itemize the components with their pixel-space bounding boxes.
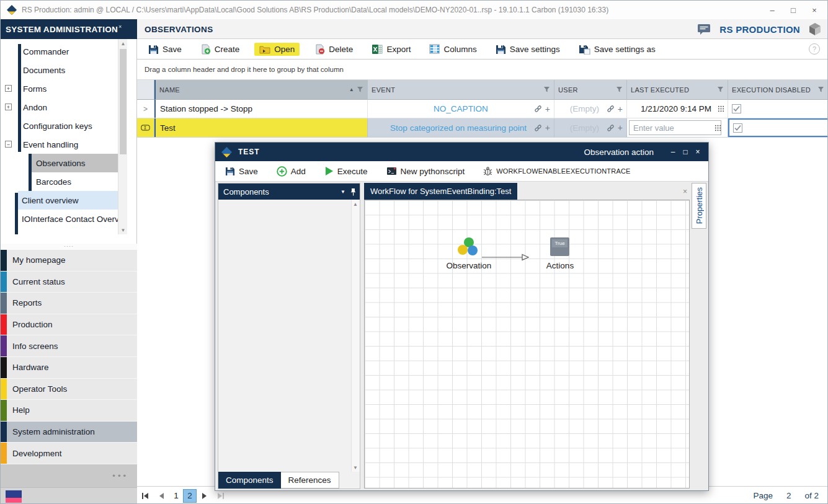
group-by-drop-zone[interactable]: Drag a column header and drop it here to… <box>137 60 827 80</box>
tree-item-iointerface-contact-overview[interactable]: IOInterface Contact Overv <box>1 210 127 228</box>
previous-page-button[interactable] <box>153 493 169 499</box>
nav-item-production[interactable]: Production <box>1 314 137 336</box>
nav-item-my-homepage[interactable]: My homepage <box>1 250 137 272</box>
scroll-down-icon[interactable]: ▼ <box>351 463 360 472</box>
dialog-add-button[interactable]: Add <box>273 164 309 179</box>
tab-properties[interactable]: Properties <box>692 183 706 229</box>
execution-disabled-cell-focused[interactable] <box>728 118 828 137</box>
add-link-icon[interactable]: + <box>545 123 550 132</box>
pin-icon[interactable] <box>350 188 356 196</box>
collapse-icon-event-handling[interactable]: − <box>5 141 12 148</box>
scrollbar-thumb[interactable] <box>120 49 127 154</box>
checkbox-checked[interactable] <box>733 123 742 133</box>
tree-item-barcodes[interactable]: Barcodes <box>1 172 127 191</box>
tree-item-documents[interactable]: Documents <box>1 61 127 79</box>
dialog-titlebar[interactable]: TEST Observation action – □ × <box>215 143 708 161</box>
dialog-execute-button[interactable]: Execute <box>321 164 372 178</box>
name-cell-editing[interactable]: Test <box>154 118 368 137</box>
nav-item-info-screens[interactable]: Info screens <box>1 335 137 357</box>
tree-item-log-in-duration[interactable]: Log in duration <box>1 228 127 234</box>
minimize-button[interactable]: – <box>762 2 783 18</box>
nav-item-operator-tools[interactable]: Operator Tools <box>1 379 137 400</box>
open-button[interactable]: Open <box>254 43 300 56</box>
dialog-new-pythonscript-button[interactable]: New pythonscript <box>383 164 469 178</box>
tree-item-configuration-keys[interactable]: Configuration keys <box>1 117 127 135</box>
filter-icon[interactable] <box>357 86 363 93</box>
last-page-button-disabled[interactable] <box>213 493 229 499</box>
tree-vertical-scrollbar[interactable]: ▲ ▼ <box>118 39 127 234</box>
tree-item-observations[interactable]: Observations <box>32 154 127 172</box>
name-cell[interactable]: Station stopped -> Stopp <box>154 100 368 118</box>
add-link-icon[interactable]: + <box>618 105 623 113</box>
tree-item-andon[interactable]: Andon <box>1 98 127 117</box>
expand-icon-andon[interactable]: + <box>5 104 12 110</box>
tree-item-commander[interactable]: Commander <box>1 42 127 61</box>
page-number-2-active[interactable]: 2 <box>183 489 197 503</box>
messages-icon[interactable] <box>697 24 711 35</box>
nav-item-development[interactable]: Development <box>1 443 137 464</box>
tab-references[interactable]: References <box>281 472 339 489</box>
picker-grid-icon[interactable] <box>718 105 724 112</box>
tab-components[interactable]: Components <box>218 472 281 489</box>
scroll-down-icon[interactable]: ▼ <box>118 226 127 234</box>
create-button[interactable]: Create <box>197 42 244 56</box>
workflow-canvas[interactable]: Observation True Actions <box>364 200 690 489</box>
nav-item-help[interactable]: Help <box>1 400 137 422</box>
link-icon[interactable] <box>534 105 542 113</box>
panel-close-icon[interactable]: × <box>118 24 122 30</box>
link-icon[interactable] <box>607 124 615 132</box>
chevron-down-icon[interactable]: ▼ <box>341 189 345 195</box>
save-settings-as-button[interactable]: Save settings as <box>575 42 659 56</box>
filter-icon[interactable] <box>817 86 824 93</box>
first-page-button[interactable] <box>137 493 153 499</box>
table-row-selected[interactable]: Test Stop categorized on measuring point… <box>137 118 828 138</box>
export-button[interactable]: Export <box>368 42 414 56</box>
connector-arrow[interactable] <box>481 252 530 262</box>
user-cell[interactable]: (Empty) + <box>554 118 627 137</box>
page-number-1[interactable]: 1 <box>169 491 183 500</box>
column-header-user[interactable]: USER <box>554 80 627 100</box>
scroll-up-icon[interactable]: ▲ <box>118 39 127 48</box>
close-tab-icon[interactable]: × <box>683 183 690 200</box>
help-icon[interactable]: ? <box>809 43 820 55</box>
user-cell[interactable]: (Empty) + <box>554 100 627 118</box>
link-icon[interactable] <box>607 105 615 113</box>
filter-icon[interactable] <box>616 86 623 93</box>
tree-item-event-handling[interactable]: Event handling <box>1 135 127 154</box>
column-header-event[interactable]: EVENT <box>368 80 554 100</box>
maximize-button[interactable]: □ <box>783 2 804 18</box>
save-button[interactable]: Save <box>145 42 185 56</box>
dialog-trace-button[interactable]: WORKFLOWENABLEEXECUTIONTRACE <box>479 164 634 178</box>
actions-node[interactable]: True Actions <box>529 237 591 272</box>
dialog-save-button[interactable]: Save <box>221 164 262 178</box>
column-header-name[interactable]: NAME ▲ <box>154 80 368 100</box>
dialog-minimize-button[interactable]: – <box>667 148 679 156</box>
components-scrollbar[interactable]: ▲ ▼ <box>351 200 360 472</box>
filter-icon[interactable] <box>717 86 724 93</box>
components-panel-header[interactable]: Components ▼ <box>218 183 360 200</box>
picker-grid-icon[interactable] <box>714 125 721 131</box>
tree-item-forms[interactable]: Forms <box>1 79 127 98</box>
components-list[interactable]: ▲ ▼ <box>218 200 360 472</box>
nav-item-current-status[interactable]: Current status <box>1 272 137 293</box>
close-button[interactable]: × <box>804 2 825 18</box>
dialog-close-button[interactable]: × <box>692 148 703 156</box>
expand-icon-forms[interactable]: + <box>5 85 12 92</box>
tab-workflow[interactable]: WorkFlow for SystemEventBinding:Test <box>364 183 517 200</box>
column-header-last-executed[interactable]: LAST EXECUTED <box>627 80 728 100</box>
link-icon[interactable] <box>534 124 542 132</box>
nav-item-reports[interactable]: Reports <box>1 293 137 314</box>
tree-item-client-overview[interactable]: Client overview <box>18 191 127 210</box>
last-executed-cell[interactable]: 1/21/2020 9:14 PM <box>627 100 728 118</box>
last-executed-input[interactable] <box>629 120 721 135</box>
checkbox-checked[interactable] <box>732 104 741 113</box>
save-settings-button[interactable]: Save settings <box>492 42 564 56</box>
last-executed-edit-cell[interactable] <box>627 118 728 137</box>
filter-icon[interactable] <box>543 86 550 93</box>
sidebar-splitter-handle[interactable]: ···· <box>1 244 137 250</box>
scroll-up-icon[interactable]: ▲ <box>351 200 360 208</box>
delete-button[interactable]: Delete <box>311 42 357 56</box>
event-cell[interactable]: NO_CAPTION + <box>368 100 554 118</box>
next-page-button[interactable] <box>197 493 213 499</box>
dialog-maximize-button[interactable]: □ <box>680 148 691 156</box>
